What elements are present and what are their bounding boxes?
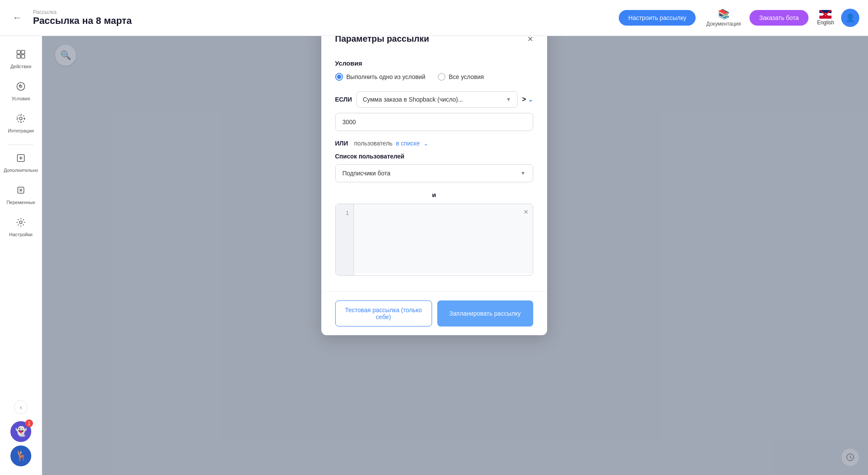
radio-group: Выполнить одно из условий Все условия [335, 73, 533, 81]
user-list-label: Список пользователей [335, 153, 533, 160]
header-title-block: Рассылка Рассылка на 8 марта [33, 9, 132, 26]
variables-label: Переменные [7, 200, 35, 205]
additional-icon [16, 153, 26, 166]
svg-point-5 [20, 86, 22, 88]
and-separator: и [335, 191, 533, 198]
svg-rect-3 [21, 55, 25, 58]
order-bot-button[interactable]: Заказать бота [749, 10, 808, 26]
docs-label: Документация [706, 21, 741, 27]
modal-header: Параметры рассылки × [321, 36, 547, 53]
radio-all-circle [438, 73, 446, 81]
docs-icon: 📚 [718, 9, 729, 20]
actions-label: Действия [10, 64, 31, 69]
variables-icon [16, 185, 26, 198]
conditions-icon [16, 81, 26, 94]
radio-any-option[interactable]: Выполнить одно из условий [335, 73, 426, 81]
code-editor-input[interactable] [336, 204, 533, 274]
or-label: ИЛИ [335, 140, 351, 147]
svg-rect-1 [21, 50, 25, 54]
modal-footer: Тестовая рассылка (только себе) Запланир… [321, 291, 547, 335]
page-title: Рассылка на 8 марта [33, 15, 132, 26]
if-select-value: Сумма заказа в Shopback (число)... [363, 96, 463, 103]
if-select-chevron: ▼ [506, 96, 511, 102]
back-button[interactable]: ← [9, 9, 26, 26]
language-selector[interactable]: English [817, 10, 834, 26]
user-list-value: Подписчики бота [343, 170, 390, 177]
bot-badge: 1 [25, 419, 33, 427]
modal-dialog: Параметры рассылки × Условия Выполнить о… [321, 36, 547, 335]
user-avatar[interactable]: 👤 [841, 9, 859, 27]
condition-value-input[interactable] [335, 113, 533, 131]
conditions-section-label: Условия [335, 59, 533, 67]
schedule-button[interactable]: Запланировать рассылку [437, 300, 533, 327]
or-link-chevron: ⌄ [423, 140, 429, 147]
docs-link[interactable]: 📚 Документация [706, 9, 741, 27]
user-list-select[interactable]: Подписчики бота ▼ [335, 164, 533, 182]
or-link[interactable]: в списке [396, 140, 420, 147]
modal-body: Условия Выполнить одно из условий Все ус… [321, 53, 547, 291]
svg-rect-0 [17, 50, 20, 54]
actions-icon [16, 49, 26, 62]
sidebar: Действия Условия Интеграции Дополнительн… [0, 36, 42, 475]
if-label: ЕСЛИ [335, 96, 352, 103]
settings-icon [16, 217, 26, 230]
sidebar-collapse-button[interactable]: ‹ [14, 400, 28, 414]
condition-operator[interactable]: > ⌄ [522, 96, 533, 103]
conditions-label: Условия [12, 96, 30, 101]
sidebar-item-variables[interactable]: Переменные [3, 181, 38, 209]
language-label: English [817, 20, 834, 26]
radio-all-option[interactable]: Все условия [438, 73, 484, 81]
svg-point-10 [20, 221, 22, 224]
line-numbers: 1 [336, 204, 354, 275]
test-send-button[interactable]: Тестовая рассылка (только себе) [335, 300, 432, 327]
sidebar-item-conditions[interactable]: Условия [3, 77, 38, 106]
sidebar-item-integrations[interactable]: Интеграции [3, 109, 38, 138]
sidebar-item-additional[interactable]: Дополнительно [3, 148, 38, 177]
breadcrumb: Рассылка [33, 9, 132, 15]
sidebar-divider [8, 145, 34, 145]
top-header: ← Рассылка Рассылка на 8 марта Настроить… [0, 0, 868, 36]
configure-button[interactable]: Настроить рассылку [619, 10, 696, 26]
code-editor-close-button[interactable]: × [524, 208, 528, 217]
integrations-icon [16, 113, 26, 126]
additional-label: Дополнительно [3, 168, 38, 173]
integrations-label: Интеграции [8, 128, 34, 133]
settings-label: Настройки [9, 232, 33, 237]
user-list-chevron: ▼ [521, 170, 526, 176]
sidebar-bottom: ‹ 👻 1 🦌 [10, 400, 31, 466]
svg-point-4 [17, 82, 25, 90]
radio-any-circle [335, 73, 343, 81]
modal-overlay: Параметры рассылки × Условия Выполнить о… [42, 36, 868, 475]
line-number-1: 1 [336, 208, 353, 217]
svg-rect-2 [17, 55, 20, 58]
operator-value: > [522, 96, 526, 103]
llama-avatar[interactable]: 🦌 [10, 445, 31, 466]
flag-icon [819, 10, 832, 19]
operator-chevron: ⌄ [528, 96, 533, 103]
modal-close-button[interactable]: × [528, 36, 533, 44]
if-select[interactable]: Сумма заказа в Shopback (число)... ▼ [356, 91, 518, 108]
svg-point-6 [20, 117, 22, 120]
radio-any-label: Выполнить одно из условий [347, 73, 426, 80]
modal-title: Параметры рассылки [335, 36, 429, 44]
or-row: ИЛИ пользователь в списке ⌄ [335, 140, 533, 147]
radio-all-label: Все условия [449, 73, 484, 80]
sidebar-item-settings[interactable]: Настройки [3, 213, 38, 241]
or-text: пользователь [354, 140, 393, 147]
code-editor-container: × 1 [335, 204, 533, 276]
sidebar-item-actions[interactable]: Действия [3, 45, 38, 73]
bot-avatar[interactable]: 👻 1 [10, 421, 31, 442]
main-content: 🔍 Параметры рассылки × Условия Выполнить… [42, 36, 868, 475]
if-condition-row: ЕСЛИ Сумма заказа в Shopback (число)... … [335, 91, 533, 108]
